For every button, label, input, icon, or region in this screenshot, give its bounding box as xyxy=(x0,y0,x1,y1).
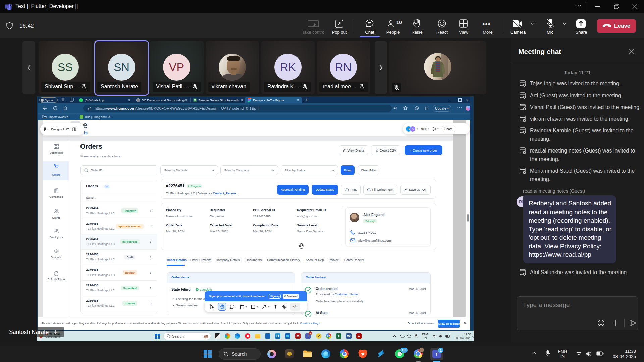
svg-text:T: T xyxy=(6,5,8,8)
